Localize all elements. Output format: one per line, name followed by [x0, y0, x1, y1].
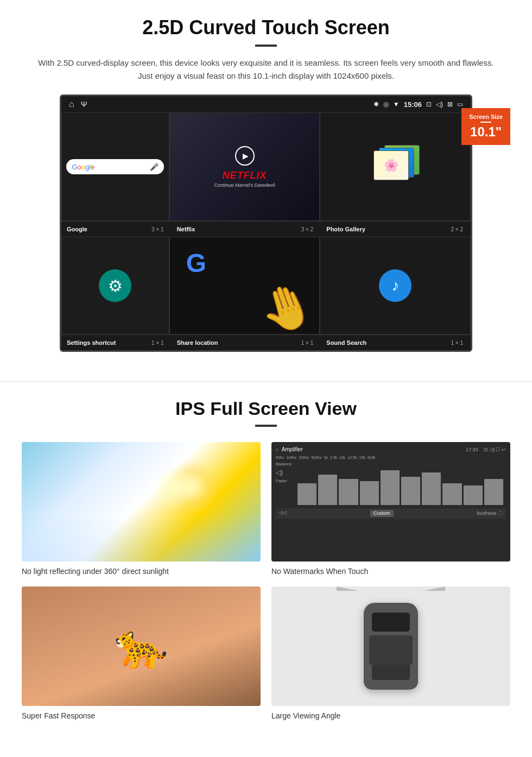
sound-size: 1 × 1 — [451, 340, 463, 346]
amp-custom-btn[interactable]: Custom — [370, 510, 394, 517]
google-g-icon: G — [186, 248, 206, 278]
angle-right — [423, 586, 445, 591]
netflix-subtitle: Continue Marvel's Daredevil — [214, 182, 275, 188]
screen-size-badge: Screen Size 10.1" — [461, 108, 510, 145]
camera-icon: ⊡ — [426, 100, 432, 108]
amp-freq-labels: 60hz100hz200hz500hz1k2.5k10k12.5k15kSUB — [276, 455, 506, 460]
window-icon: ▭ — [457, 100, 463, 108]
amp-icons: ⊡ ◁) ☐ ↩ — [484, 447, 506, 452]
amp-equalizer-bars — [295, 462, 506, 505]
google-size: 3 × 1 — [151, 226, 164, 232]
home-icon: ⌂ — [69, 99, 74, 109]
google-mic-icon[interactable]: 🎤 — [150, 163, 159, 171]
feature-sunlight-img — [22, 442, 261, 562]
usb-icon: Ψ — [81, 100, 87, 109]
feature-fast-response: 🐆 Super Fast Response — [22, 586, 261, 720]
netflix-app-cell[interactable]: ▶ NETFLIX Continue Marvel's Daredevil — [169, 112, 320, 221]
car-roof — [369, 635, 413, 665]
feature-cheetah-label: Super Fast Response — [22, 711, 261, 720]
bar-5 — [381, 470, 400, 505]
bar-7 — [422, 472, 441, 505]
device-screen: ⌂ Ψ ✱ ◎ ▼ 15:06 ⊡ ◁) ⊠ ▭ — [60, 94, 472, 352]
sunlight-visual — [22, 442, 261, 562]
section1-title: 2.5D Curved Touch Screen — [33, 16, 499, 39]
share-location-cell[interactable]: G 🤚 — [169, 237, 320, 335]
settings-label-text: Settings shortcut — [67, 339, 116, 346]
section2-underline — [255, 425, 277, 427]
settings-app-cell[interactable]: ⚙ — [61, 237, 169, 335]
share-size: 1 × 1 — [301, 340, 314, 346]
google-search-bar[interactable]: Google 🎤 — [66, 159, 164, 174]
feature-watermarks-label: No Watermarks When Touch — [271, 567, 510, 576]
feature-watermarks: ⌂ Amplifier 17:33 ⊡ ◁) ☐ ↩ 60hz100hz200h… — [271, 442, 510, 576]
signal-icon: ▼ — [393, 100, 400, 108]
share-label: Share location 1 × 1 — [172, 338, 321, 347]
bar-3 — [339, 479, 358, 505]
gallery-label-text: Photo Gallery — [326, 226, 365, 232]
car-rear-window — [372, 665, 410, 680]
share-label-text: Share location — [177, 339, 218, 346]
features-grid: No light reflecting under 360° direct su… — [22, 442, 510, 720]
amplifier-header: ⌂ Amplifier 17:33 ⊡ ◁) ☐ ↩ — [276, 446, 506, 452]
location-icon: ◎ — [383, 100, 389, 108]
sound-search-cell[interactable]: ♪ — [320, 237, 471, 335]
status-time: 15:06 — [404, 100, 422, 109]
section-curved-screen: 2.5D Curved Touch Screen With 2.5D curve… — [0, 0, 532, 365]
google-label-text: Google — [67, 226, 87, 232]
netflix-play-button[interactable]: ▶ — [235, 146, 255, 166]
badge-label: Screen Size — [469, 113, 503, 120]
amp-footer: ◁◁ Custom loudness 〇 — [276, 508, 506, 519]
status-bar: ⌂ Ψ ✱ ◎ ▼ 15:06 ⊡ ◁) ⊠ ▭ — [61, 96, 471, 112]
feature-sunlight: No light reflecting under 360° direct su… — [22, 442, 261, 576]
settings-label: Settings shortcut 1 × 1 — [61, 338, 172, 347]
gallery-app-cell[interactable]: 🌸 — [320, 112, 471, 221]
feature-car-img — [271, 586, 510, 706]
netflix-label-text: Netflix — [177, 226, 195, 232]
badge-size: 10.1" — [469, 124, 503, 140]
car-body — [364, 603, 418, 690]
feature-viewing-angle: Large Viewing Angle — [271, 586, 510, 720]
bar-8 — [442, 483, 461, 505]
bar-1 — [297, 483, 316, 505]
section-ips-screen: IPS Full Screen View No light reflecting… — [0, 382, 532, 736]
google-app-cell[interactable]: Google 🎤 — [61, 112, 169, 221]
feature-angle-label: Large Viewing Angle — [271, 711, 510, 720]
amp-back-icon: ◁◁ — [279, 510, 287, 517]
status-left: ⌂ Ψ — [69, 99, 87, 109]
cheetah-emoji: 🐆 — [114, 621, 168, 672]
google-label: Google 3 × 1 — [61, 225, 172, 234]
feature-cheetah-img: 🐆 — [22, 586, 261, 706]
amplifier-visual: ⌂ Amplifier 17:33 ⊡ ◁) ☐ ↩ 60hz100hz200h… — [271, 442, 510, 562]
gallery-label: Photo Gallery 2 × 2 — [321, 225, 471, 234]
bar-2 — [318, 475, 337, 505]
car-windshield — [372, 613, 410, 632]
feature-watermarks-img: ⌂ Amplifier 17:33 ⊡ ◁) ☐ ↩ 60hz100hz200h… — [271, 442, 510, 562]
app-grid-row2: ⚙ G 🤚 ♪ — [61, 237, 471, 335]
google-logo: Google — [72, 163, 94, 171]
amp-controls: Balance ◁) Fader — [276, 460, 506, 506]
section1-description: With 2.5D curved-display screen, this de… — [33, 56, 499, 83]
music-note-icon: ♪ — [391, 277, 399, 294]
settings-icon-circle: ⚙ — [99, 269, 131, 302]
gallery-stack: 🌸 — [373, 145, 417, 188]
cheetah-visual: 🐆 — [22, 586, 261, 706]
title-underline — [255, 45, 277, 47]
amp-loudness: loudness 〇 — [477, 510, 503, 517]
bar-4 — [360, 481, 379, 505]
feature-sunlight-label: No light reflecting under 360° direct su… — [22, 567, 261, 576]
gear-icon: ⚙ — [108, 276, 123, 295]
bluetooth-icon: ✱ — [373, 100, 379, 108]
settings-size: 1 × 1 — [151, 340, 164, 346]
sound-label-text: Sound Search — [326, 339, 366, 346]
netflix-label: Netflix 3 × 2 — [172, 225, 321, 234]
close-icon: ⊠ — [447, 100, 453, 108]
status-right: ✱ ◎ ▼ 15:06 ⊡ ◁) ⊠ ▭ — [373, 100, 463, 109]
netflix-size: 3 × 2 — [301, 226, 314, 232]
section2-title: IPS Full Screen View — [22, 398, 510, 419]
bar-6 — [401, 477, 420, 505]
app-labels-row1: Google 3 × 1 Netflix 3 × 2 Photo Gallery… — [61, 221, 471, 237]
hand-pointer: 🤚 — [252, 275, 320, 335]
amp-title: Amplifier — [282, 446, 303, 452]
badge-underline — [480, 122, 491, 123]
netflix-background: ▶ NETFLIX Continue Marvel's Daredevil — [170, 113, 320, 220]
